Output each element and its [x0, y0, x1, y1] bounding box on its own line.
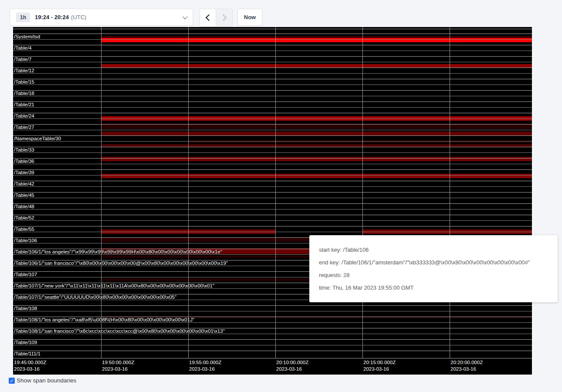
span-boundary-line	[13, 203, 532, 204]
heat-band	[101, 157, 532, 161]
span-key-label: /Table/111/1	[14, 351, 41, 356]
next-range-button[interactable]	[216, 9, 232, 26]
span-boundary-line	[13, 232, 532, 232]
span-boundary-line	[13, 220, 532, 221]
span-key-label: /NamespaceTable/30	[14, 136, 61, 141]
span-boundary-line	[13, 56, 532, 57]
time-gridline	[101, 27, 102, 358]
span-boundary-line	[13, 62, 532, 62]
span-boundary-line	[13, 118, 532, 119]
span-key-label: /Table/107/1/"seattle"/"UUUUUUD\x00\x80\…	[14, 295, 176, 300]
time-axis-tick: 20:20:00.000Z2023-03-16	[450, 359, 483, 372]
span-key-label: /Table/12	[14, 68, 34, 73]
heat-band	[101, 38, 532, 42]
span-key-label: /Table/15	[14, 80, 34, 84]
heat-band	[188, 140, 532, 143]
heatmap[interactable]: /System/tsd/Table/4/Table/7/Table/12/Tab…	[13, 27, 532, 375]
tooltip-end-key: end key: /Table/106/1/"amsterdam"/"\xb33…	[319, 259, 548, 266]
span-boundary-line	[13, 345, 532, 345]
show-span-boundaries-control: ✓ Show span boundaries	[9, 377, 76, 384]
hover-tooltip: start key: /Table/106 end key: /Table/10…	[309, 235, 558, 302]
span-boundary-line	[13, 68, 532, 68]
time-gridline	[450, 27, 450, 358]
time-axis-tick: 20:10:00.000Z2023-03-16	[276, 359, 308, 372]
range-duration-badge: 1h	[16, 13, 30, 22]
span-key-label: /Table/107	[14, 272, 37, 277]
heat-band	[101, 174, 532, 178]
time-axis-tick: 19:45:00.000Z2023-03-16	[14, 359, 46, 372]
span-key-label: /Table/109	[14, 340, 37, 345]
span-key-label: /Table/27	[14, 125, 34, 130]
tooltip-start-key: start key: /Table/106	[319, 247, 548, 253]
show-span-boundaries-label: Show span boundaries	[17, 377, 76, 384]
heat-band	[101, 36, 532, 37]
time-gridline	[188, 27, 189, 358]
span-key-label: /Table/45	[14, 193, 34, 198]
span-key-label: /Table/108	[14, 306, 37, 311]
span-key-label: /Table/55	[14, 227, 34, 232]
span-boundary-line	[13, 334, 532, 334]
span-key-label: /System/tsd	[14, 34, 40, 39]
span-boundary-line	[13, 141, 532, 142]
chevron-down-icon	[183, 14, 188, 20]
span-boundary-line	[13, 305, 532, 306]
span-boundary-line	[13, 84, 532, 85]
prev-range-button[interactable]	[200, 9, 216, 26]
span-boundary-line	[13, 79, 532, 79]
span-boundary-line	[13, 311, 532, 311]
span-boundary-line	[13, 73, 532, 74]
span-key-label: /Table/106/1/"los angeles"/"\x99\x99\x99…	[14, 250, 222, 254]
span-boundary-line	[13, 96, 532, 96]
span-boundary-line	[13, 339, 532, 340]
span-boundary-line	[13, 130, 532, 130]
span-boundary-line	[13, 186, 532, 187]
span-boundary-line	[13, 90, 532, 91]
span-key-label: /Table/106/1/"san francisco"/"\x80\x00\x…	[14, 261, 228, 266]
span-key-label: /Table/108/1/"san francisco"/"\x8c\xcc\x…	[14, 329, 225, 334]
span-boundary-line	[13, 135, 532, 136]
span-key-label: /Table/4	[14, 46, 31, 51]
span-key-label: /Table/107/1/"new york"/"\x11\x11\x11\x1…	[14, 284, 214, 288]
span-boundary-line	[13, 164, 532, 164]
time-range-picker[interactable]: 1h 19:24 - 20:24 (UTC)	[10, 9, 193, 26]
key-visualizer-page: 1h 19:24 - 20:24 (UTC) Now /System/tsd/T…	[0, 0, 562, 392]
now-button[interactable]: Now	[237, 9, 262, 26]
span-key-label: /Table/24	[14, 114, 34, 118]
range-timezone: (UTC)	[71, 14, 86, 20]
span-boundary-line	[13, 113, 532, 113]
span-boundary-line	[13, 51, 532, 51]
tooltip-time: time: Thu, 16 Mar 2023 19:55:00 GMT	[319, 284, 548, 291]
span-boundary-line	[13, 152, 532, 153]
span-boundary-line	[13, 101, 532, 102]
time-gridline	[362, 27, 363, 358]
span-key-label: /Table/7	[14, 57, 31, 62]
time-axis-tick: 19:50:00.000Z2023-03-16	[102, 359, 134, 372]
span-boundary-line	[13, 209, 532, 210]
span-boundary-line	[13, 181, 532, 181]
span-key-label: /Table/48	[14, 204, 34, 209]
span-boundary-line	[13, 351, 532, 351]
range-nav-group	[200, 9, 233, 27]
time-axis-tick: 20:15:00.000Z2023-03-16	[363, 359, 396, 372]
show-span-boundaries-checkbox[interactable]: ✓	[9, 378, 15, 384]
range-text: 19:24 - 20:24	[35, 14, 69, 20]
span-boundary-line	[13, 45, 532, 45]
span-key-label: /Table/33	[14, 148, 34, 152]
span-boundary-line	[13, 124, 532, 125]
heat-band	[101, 132, 532, 135]
span-boundary-line	[13, 358, 532, 358]
time-axis-tick: 19:55:00.000Z2023-03-16	[189, 359, 221, 372]
chevron-left-icon	[205, 14, 212, 21]
span-key-label: /Table/42	[14, 182, 34, 186]
span-key-label: /Table/108/1/"los angeles"/"\xa8\xf5\u00…	[14, 318, 194, 322]
span-key-label: /Table/106	[14, 238, 37, 243]
span-key-label: /Table/39	[14, 170, 34, 175]
span-boundary-line	[13, 192, 532, 193]
span-boundary-line	[13, 29, 532, 29]
span-boundary-line	[13, 158, 532, 159]
span-boundary-line	[13, 34, 532, 34]
span-key-label: /Table/52	[14, 216, 34, 220]
span-boundary-line	[13, 198, 532, 198]
chevron-right-icon	[220, 14, 227, 21]
span-boundary-line	[13, 215, 532, 215]
